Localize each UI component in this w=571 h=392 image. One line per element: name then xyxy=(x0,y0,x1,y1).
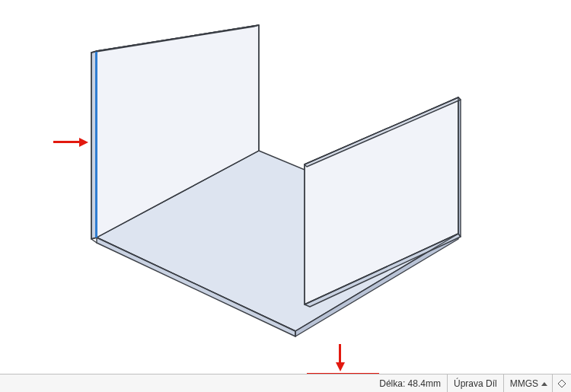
status-units-text: MMGS xyxy=(510,378,538,389)
model-u-channel xyxy=(0,0,571,373)
status-mode[interactable]: Úprava Díl xyxy=(447,374,503,392)
status-mode-text: Úprava Díl xyxy=(454,378,497,389)
status-spacer xyxy=(0,374,373,392)
status-extras-button[interactable] xyxy=(552,374,571,392)
diamond-icon xyxy=(557,379,566,388)
selected-edge-highlight xyxy=(95,52,97,237)
status-measurement: Délka: 48.4mm xyxy=(373,374,447,392)
status-bar: Délka: 48.4mm Úprava Díl MMGS xyxy=(0,374,571,392)
status-units[interactable]: MMGS xyxy=(503,374,552,392)
status-measurement-text: Délka: 48.4mm xyxy=(379,378,441,389)
graphics-viewport[interactable] xyxy=(0,0,571,373)
svg-marker-18 xyxy=(558,380,566,387)
